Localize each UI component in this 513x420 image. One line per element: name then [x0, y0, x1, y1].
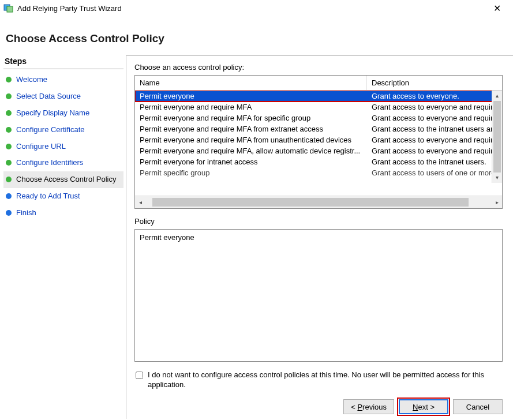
main-panel: Choose an access control policy: Name De… [126, 55, 513, 419]
policy-row-description: Grant access to everyone and requir [367, 102, 502, 112]
step-bullet-icon [6, 127, 12, 133]
step-label: Welcome [16, 75, 47, 85]
policy-row-description: Grant access to the intranet users. [367, 156, 502, 167]
policy-row-name: Permit everyone and require MFA [135, 102, 367, 112]
previous-button[interactable]: < Previous [343, 399, 394, 414]
step-label: Configure URL [16, 142, 66, 152]
policy-row-description: Grant access to everyone and requir [367, 145, 502, 156]
scroll-right-icon[interactable]: ▸ [492, 199, 502, 205]
steps-heading: Steps [3, 55, 123, 69]
title-bar: Add Relying Party Trust Wizard ✕ [0, 0, 513, 16]
column-header-description[interactable]: Description [367, 76, 502, 90]
step-label: Choose Access Control Policy [16, 175, 116, 185]
cancel-button[interactable]: Cancel [453, 399, 503, 414]
step-bullet-icon [6, 93, 12, 99]
policy-detail-label: Policy [134, 217, 503, 226]
policy-row[interactable]: Permit everyone and require MFA for spec… [135, 112, 502, 123]
policy-row-name: Permit specific group [135, 167, 367, 178]
step-item[interactable]: Select Data Source [3, 88, 123, 105]
step-item[interactable]: Welcome [3, 72, 123, 88]
step-bullet-icon [6, 144, 12, 149]
policy-row-description: Grant access to everyone. [367, 91, 502, 102]
window-title: Add Relying Party Trust Wizard [17, 4, 485, 13]
step-bullet-icon [6, 110, 12, 116]
scroll-left-icon[interactable]: ◂ [135, 199, 145, 205]
policy-list-label: Choose an access control policy: [134, 63, 503, 72]
step-label: Finish [16, 208, 36, 218]
policy-row[interactable]: Permit everyoneGrant access to everyone. [135, 91, 502, 102]
column-header-name[interactable]: Name [135, 76, 367, 90]
horizontal-scroll-thumb[interactable] [152, 198, 469, 207]
scroll-down-icon[interactable]: ▾ [492, 172, 502, 183]
policy-row-description: Grant access to everyone and requir [367, 134, 502, 145]
policy-list-header: Name Description [135, 76, 502, 91]
step-label: Ready to Add Trust [16, 192, 80, 201]
skip-policy-label[interactable]: I do not want to configure access contro… [148, 370, 503, 390]
policy-row[interactable]: Permit everyone for intranet accessGrant… [135, 156, 502, 167]
policy-row[interactable]: Permit everyone and require MFA, allow a… [135, 145, 502, 156]
svg-rect-1 [7, 6, 13, 12]
step-label: Configure Certificate [16, 125, 85, 135]
step-item[interactable]: Configure Identifiers [3, 155, 123, 171]
policy-row-name: Permit everyone for intranet access [135, 156, 367, 167]
page-title: Choose Access Control Policy [0, 16, 513, 55]
skip-policy-checkbox[interactable] [136, 372, 143, 379]
vertical-scroll-thumb[interactable] [493, 101, 501, 182]
policy-row-description: Grant access to everyone and requir [367, 112, 502, 123]
next-button[interactable]: Next > [399, 399, 448, 414]
step-item[interactable]: Configure Certificate [3, 122, 123, 138]
step-label: Configure Identifiers [16, 158, 83, 168]
vertical-scrollbar[interactable]: ▴ ▾ [492, 91, 502, 183]
scroll-up-icon[interactable]: ▴ [492, 91, 502, 101]
policy-list-rows: Permit everyoneGrant access to everyone.… [135, 91, 502, 196]
close-icon[interactable]: ✕ [485, 3, 508, 14]
policy-row-name: Permit everyone and require MFA from una… [135, 134, 367, 145]
horizontal-scrollbar[interactable]: ◂ ▸ [135, 196, 502, 208]
step-item[interactable]: Finish [3, 205, 123, 222]
step-bullet-icon [6, 160, 12, 166]
step-item[interactable]: Specify Display Name [3, 105, 123, 122]
policy-row-description: Grant access to the intranet users an [367, 123, 502, 134]
step-bullet-icon [6, 77, 12, 82]
step-label: Select Data Source [16, 92, 81, 102]
policy-list[interactable]: Name Description Permit everyoneGrant ac… [134, 75, 503, 209]
step-item[interactable]: Ready to Add Trust [3, 188, 123, 205]
step-bullet-icon [6, 193, 12, 199]
wizard-button-bar: < Previous Next > Cancel [134, 393, 503, 414]
policy-detail-text: Permit everyone [134, 229, 503, 362]
step-item[interactable]: Choose Access Control Policy [3, 171, 123, 188]
policy-row[interactable]: Permit everyone and require MFA from una… [135, 134, 502, 145]
policy-row-description: Grant access to users of one or more [367, 167, 502, 178]
step-bullet-icon [6, 177, 12, 182]
steps-sidebar: Steps WelcomeSelect Data SourceSpecify D… [0, 55, 126, 419]
policy-row[interactable]: Permit specific groupGrant access to use… [135, 167, 502, 178]
policy-row[interactable]: Permit everyone and require MFAGrant acc… [135, 102, 502, 112]
policy-row-name: Permit everyone and require MFA, allow a… [135, 145, 367, 156]
policy-row[interactable]: Permit everyone and require MFA from ext… [135, 123, 502, 134]
policy-row-name: Permit everyone [135, 91, 367, 102]
wizard-icon [3, 3, 14, 13]
policy-row-name: Permit everyone and require MFA for spec… [135, 112, 367, 123]
policy-row-name: Permit everyone and require MFA from ext… [135, 123, 367, 134]
skip-policy-row: I do not want to configure access contro… [134, 370, 503, 390]
step-item[interactable]: Configure URL [3, 138, 123, 155]
step-label: Specify Display Name [16, 108, 89, 118]
step-bullet-icon [6, 210, 12, 216]
